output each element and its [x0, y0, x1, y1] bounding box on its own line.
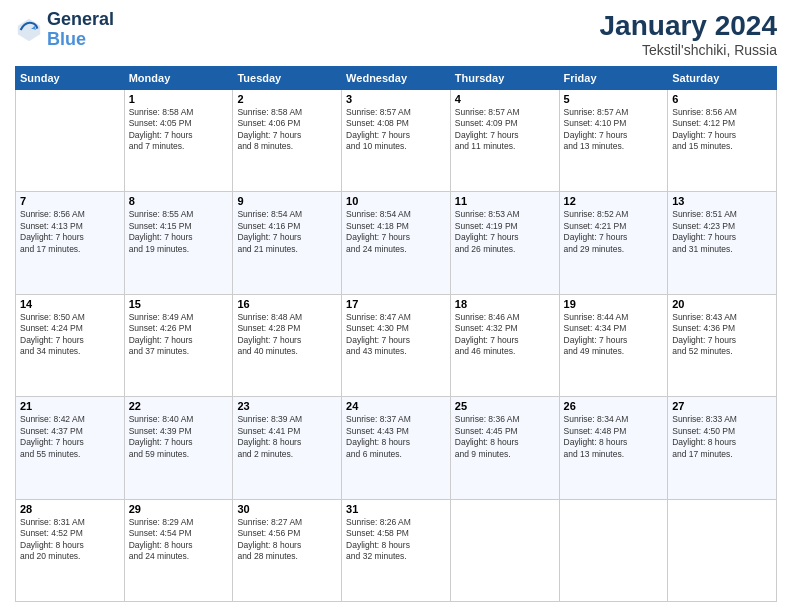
- header-friday: Friday: [559, 67, 668, 90]
- calendar-week-3: 14Sunrise: 8:50 AM Sunset: 4:24 PM Dayli…: [16, 294, 777, 396]
- day-info: Sunrise: 8:33 AM Sunset: 4:50 PM Dayligh…: [672, 414, 772, 460]
- calendar-cell: 31Sunrise: 8:26 AM Sunset: 4:58 PM Dayli…: [342, 499, 451, 601]
- day-number: 6: [672, 93, 772, 105]
- day-number: 2: [237, 93, 337, 105]
- logo-line1: General: [47, 10, 114, 30]
- day-info: Sunrise: 8:50 AM Sunset: 4:24 PM Dayligh…: [20, 312, 120, 358]
- calendar-cell: 23Sunrise: 8:39 AM Sunset: 4:41 PM Dayli…: [233, 397, 342, 499]
- calendar-cell: 14Sunrise: 8:50 AM Sunset: 4:24 PM Dayli…: [16, 294, 125, 396]
- logo: General Blue: [15, 10, 114, 50]
- day-info: Sunrise: 8:39 AM Sunset: 4:41 PM Dayligh…: [237, 414, 337, 460]
- calendar-cell: 27Sunrise: 8:33 AM Sunset: 4:50 PM Dayli…: [668, 397, 777, 499]
- day-info: Sunrise: 8:49 AM Sunset: 4:26 PM Dayligh…: [129, 312, 229, 358]
- day-info: Sunrise: 8:58 AM Sunset: 4:05 PM Dayligh…: [129, 107, 229, 153]
- calendar-week-5: 28Sunrise: 8:31 AM Sunset: 4:52 PM Dayli…: [16, 499, 777, 601]
- calendar-week-1: 1Sunrise: 8:58 AM Sunset: 4:05 PM Daylig…: [16, 90, 777, 192]
- day-info: Sunrise: 8:54 AM Sunset: 4:18 PM Dayligh…: [346, 209, 446, 255]
- logo-text: General Blue: [47, 10, 114, 50]
- day-info: Sunrise: 8:40 AM Sunset: 4:39 PM Dayligh…: [129, 414, 229, 460]
- calendar-cell: 22Sunrise: 8:40 AM Sunset: 4:39 PM Dayli…: [124, 397, 233, 499]
- day-info: Sunrise: 8:53 AM Sunset: 4:19 PM Dayligh…: [455, 209, 555, 255]
- day-number: 12: [564, 195, 664, 207]
- header-thursday: Thursday: [450, 67, 559, 90]
- day-number: 20: [672, 298, 772, 310]
- calendar-cell: 12Sunrise: 8:52 AM Sunset: 4:21 PM Dayli…: [559, 192, 668, 294]
- day-number: 24: [346, 400, 446, 412]
- calendar-cell: 16Sunrise: 8:48 AM Sunset: 4:28 PM Dayli…: [233, 294, 342, 396]
- day-number: 17: [346, 298, 446, 310]
- day-info: Sunrise: 8:43 AM Sunset: 4:36 PM Dayligh…: [672, 312, 772, 358]
- calendar-cell: 11Sunrise: 8:53 AM Sunset: 4:19 PM Dayli…: [450, 192, 559, 294]
- day-number: 15: [129, 298, 229, 310]
- day-number: 19: [564, 298, 664, 310]
- calendar-cell: 2Sunrise: 8:58 AM Sunset: 4:06 PM Daylig…: [233, 90, 342, 192]
- day-info: Sunrise: 8:29 AM Sunset: 4:54 PM Dayligh…: [129, 517, 229, 563]
- day-number: 13: [672, 195, 772, 207]
- header-saturday: Saturday: [668, 67, 777, 90]
- day-number: 28: [20, 503, 120, 515]
- title-block: January 2024 Tekstil'shchiki, Russia: [600, 10, 777, 58]
- day-info: Sunrise: 8:26 AM Sunset: 4:58 PM Dayligh…: [346, 517, 446, 563]
- calendar-cell: [16, 90, 125, 192]
- day-number: 26: [564, 400, 664, 412]
- day-number: 10: [346, 195, 446, 207]
- calendar-cell: 26Sunrise: 8:34 AM Sunset: 4:48 PM Dayli…: [559, 397, 668, 499]
- day-number: 27: [672, 400, 772, 412]
- calendar-cell: 19Sunrise: 8:44 AM Sunset: 4:34 PM Dayli…: [559, 294, 668, 396]
- calendar-cell: [668, 499, 777, 601]
- calendar-cell: 28Sunrise: 8:31 AM Sunset: 4:52 PM Dayli…: [16, 499, 125, 601]
- day-info: Sunrise: 8:31 AM Sunset: 4:52 PM Dayligh…: [20, 517, 120, 563]
- calendar-cell: 6Sunrise: 8:56 AM Sunset: 4:12 PM Daylig…: [668, 90, 777, 192]
- day-number: 1: [129, 93, 229, 105]
- day-info: Sunrise: 8:46 AM Sunset: 4:32 PM Dayligh…: [455, 312, 555, 358]
- calendar-cell: 8Sunrise: 8:55 AM Sunset: 4:15 PM Daylig…: [124, 192, 233, 294]
- day-number: 31: [346, 503, 446, 515]
- day-info: Sunrise: 8:37 AM Sunset: 4:43 PM Dayligh…: [346, 414, 446, 460]
- header: General Blue January 2024 Tekstil'shchik…: [15, 10, 777, 58]
- day-number: 16: [237, 298, 337, 310]
- day-info: Sunrise: 8:56 AM Sunset: 4:13 PM Dayligh…: [20, 209, 120, 255]
- day-number: 29: [129, 503, 229, 515]
- day-info: Sunrise: 8:52 AM Sunset: 4:21 PM Dayligh…: [564, 209, 664, 255]
- page: General Blue January 2024 Tekstil'shchik…: [0, 0, 792, 612]
- header-wednesday: Wednesday: [342, 67, 451, 90]
- location-subtitle: Tekstil'shchiki, Russia: [600, 42, 777, 58]
- day-number: 18: [455, 298, 555, 310]
- logo-icon: [15, 16, 43, 44]
- day-number: 21: [20, 400, 120, 412]
- day-number: 11: [455, 195, 555, 207]
- calendar-cell: 9Sunrise: 8:54 AM Sunset: 4:16 PM Daylig…: [233, 192, 342, 294]
- day-info: Sunrise: 8:51 AM Sunset: 4:23 PM Dayligh…: [672, 209, 772, 255]
- day-number: 23: [237, 400, 337, 412]
- calendar-cell: [559, 499, 668, 601]
- calendar-cell: 17Sunrise: 8:47 AM Sunset: 4:30 PM Dayli…: [342, 294, 451, 396]
- day-info: Sunrise: 8:56 AM Sunset: 4:12 PM Dayligh…: [672, 107, 772, 153]
- header-sunday: Sunday: [16, 67, 125, 90]
- calendar-cell: 15Sunrise: 8:49 AM Sunset: 4:26 PM Dayli…: [124, 294, 233, 396]
- calendar-week-4: 21Sunrise: 8:42 AM Sunset: 4:37 PM Dayli…: [16, 397, 777, 499]
- day-number: 7: [20, 195, 120, 207]
- header-monday: Monday: [124, 67, 233, 90]
- header-tuesday: Tuesday: [233, 67, 342, 90]
- calendar-cell: [450, 499, 559, 601]
- calendar-cell: 4Sunrise: 8:57 AM Sunset: 4:09 PM Daylig…: [450, 90, 559, 192]
- day-info: Sunrise: 8:58 AM Sunset: 4:06 PM Dayligh…: [237, 107, 337, 153]
- day-number: 3: [346, 93, 446, 105]
- day-number: 25: [455, 400, 555, 412]
- day-number: 22: [129, 400, 229, 412]
- calendar-cell: 5Sunrise: 8:57 AM Sunset: 4:10 PM Daylig…: [559, 90, 668, 192]
- day-number: 8: [129, 195, 229, 207]
- calendar-table: Sunday Monday Tuesday Wednesday Thursday…: [15, 66, 777, 602]
- month-title: January 2024: [600, 10, 777, 42]
- day-info: Sunrise: 8:54 AM Sunset: 4:16 PM Dayligh…: [237, 209, 337, 255]
- day-number: 5: [564, 93, 664, 105]
- day-info: Sunrise: 8:57 AM Sunset: 4:10 PM Dayligh…: [564, 107, 664, 153]
- day-info: Sunrise: 8:48 AM Sunset: 4:28 PM Dayligh…: [237, 312, 337, 358]
- logo-line2: Blue: [47, 30, 114, 50]
- calendar-cell: 21Sunrise: 8:42 AM Sunset: 4:37 PM Dayli…: [16, 397, 125, 499]
- calendar-week-2: 7Sunrise: 8:56 AM Sunset: 4:13 PM Daylig…: [16, 192, 777, 294]
- calendar-cell: 7Sunrise: 8:56 AM Sunset: 4:13 PM Daylig…: [16, 192, 125, 294]
- calendar-cell: 18Sunrise: 8:46 AM Sunset: 4:32 PM Dayli…: [450, 294, 559, 396]
- calendar-cell: 10Sunrise: 8:54 AM Sunset: 4:18 PM Dayli…: [342, 192, 451, 294]
- calendar-cell: 3Sunrise: 8:57 AM Sunset: 4:08 PM Daylig…: [342, 90, 451, 192]
